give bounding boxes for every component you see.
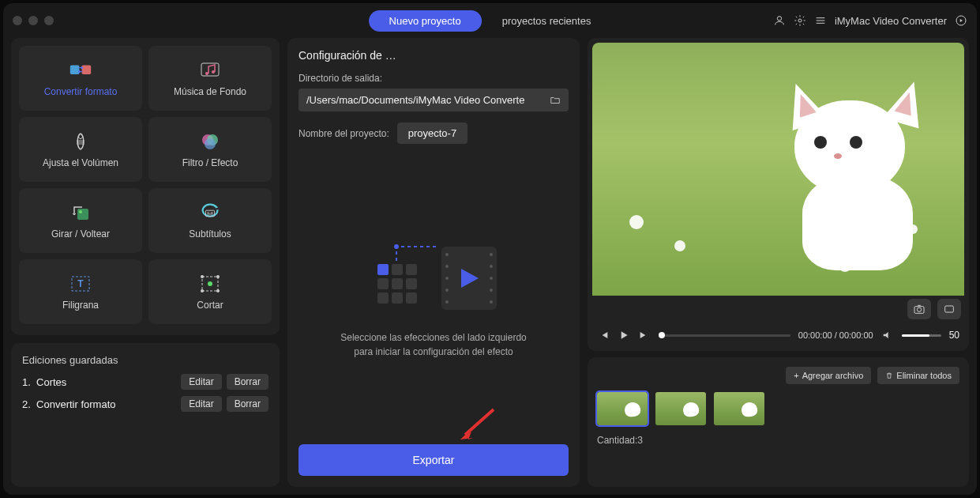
edit-button[interactable]: Editar bbox=[181, 396, 221, 412]
files-panel: + Agregar archivo Eliminar todos Cantida… bbox=[588, 357, 969, 487]
svg-point-25 bbox=[445, 277, 449, 280]
play-button[interactable] bbox=[618, 329, 630, 341]
saved-edits-panel: Ediciones guardadas 1. Cortes Editar Bor… bbox=[11, 343, 280, 487]
delete-button[interactable]: Borrar bbox=[227, 396, 268, 412]
plus-icon: + bbox=[794, 371, 798, 380]
export-button[interactable]: Exportar bbox=[299, 444, 569, 476]
music-icon bbox=[199, 59, 221, 81]
svg-point-29 bbox=[490, 265, 493, 268]
volume-icon[interactable] bbox=[881, 329, 894, 341]
saved-edits-title: Ediciones guardadas bbox=[22, 354, 268, 366]
config-title: Configuración de … bbox=[299, 49, 569, 62]
svg-rect-34 bbox=[392, 264, 403, 275]
time-display: 00:00:00 / 00:00:00 bbox=[798, 330, 873, 340]
svg-point-27 bbox=[445, 300, 449, 304]
tool-label: Girar / Voltear bbox=[51, 228, 110, 240]
tool-volume[interactable]: Ajusta el Volúmen bbox=[19, 117, 142, 182]
svg-text:T: T bbox=[77, 278, 84, 289]
svg-point-18 bbox=[201, 275, 204, 278]
tool-label: Filtro / Efecto bbox=[182, 157, 238, 168]
tool-convert[interactable]: Convertir formato bbox=[19, 46, 142, 111]
output-dir-input[interactable]: /Users/mac/Documents/iMyMac Video Conver… bbox=[299, 89, 569, 111]
file-count: Cantidad:3 bbox=[597, 435, 959, 446]
svg-point-42 bbox=[394, 244, 399, 249]
svg-rect-5 bbox=[201, 63, 219, 76]
camera-icon bbox=[913, 303, 926, 315]
delete-button[interactable]: Borrar bbox=[227, 374, 268, 390]
tool-label: Convertir formato bbox=[44, 86, 118, 97]
file-thumbnail[interactable] bbox=[597, 392, 648, 425]
trash-icon bbox=[885, 372, 893, 379]
svg-rect-39 bbox=[377, 292, 389, 304]
config-hint: Seleccione las efecciones del lado izqui… bbox=[340, 330, 526, 359]
output-dir-label: Directorio de salida: bbox=[299, 73, 569, 84]
svg-rect-41 bbox=[406, 292, 417, 304]
volume-value: 50 bbox=[949, 330, 959, 341]
menu-icon[interactable] bbox=[814, 14, 827, 27]
tool-rotate[interactable]: Girar / Voltear bbox=[19, 188, 142, 253]
svg-point-1 bbox=[798, 19, 802, 22]
fullscreen-icon bbox=[943, 303, 956, 315]
tools-panel: Convertir formatoMúsica de FondoAjusta e… bbox=[11, 38, 280, 335]
edit-button[interactable]: Editar bbox=[181, 374, 221, 390]
output-dir-value: /Users/mac/Documents/iMyMac Video Conver… bbox=[306, 94, 550, 106]
gear-icon[interactable] bbox=[794, 14, 806, 27]
tool-subtitle[interactable]: Subtítulos bbox=[148, 188, 272, 253]
saved-edit-label: 2. Convertir formato bbox=[22, 398, 116, 410]
svg-point-0 bbox=[777, 17, 781, 21]
saved-edit-row: 2. Convertir formato Editar Borrar bbox=[22, 396, 268, 412]
tab-new-project[interactable]: Nuevo proyecto bbox=[369, 10, 482, 32]
tool-filter[interactable]: Filtro / Efecto bbox=[148, 117, 272, 182]
file-thumbnail[interactable] bbox=[655, 392, 706, 425]
saved-edit-row: 1. Cortes Editar Borrar bbox=[22, 374, 268, 390]
file-thumbnail[interactable] bbox=[714, 392, 764, 425]
svg-rect-3 bbox=[70, 65, 80, 74]
snapshot-button[interactable] bbox=[907, 299, 931, 319]
svg-point-19 bbox=[216, 275, 220, 278]
volume-slider[interactable] bbox=[902, 334, 941, 337]
svg-point-44 bbox=[917, 307, 921, 311]
svg-point-31 bbox=[490, 289, 493, 292]
video-preview[interactable] bbox=[592, 43, 964, 296]
tab-recent-projects[interactable]: proyectos recientes bbox=[482, 10, 612, 32]
tool-label: Música de Fondo bbox=[174, 86, 246, 97]
svg-rect-38 bbox=[406, 278, 417, 289]
svg-point-21 bbox=[216, 289, 220, 292]
config-panel: Configuración de … Directorio de salida:… bbox=[287, 38, 580, 487]
traffic-lights[interactable] bbox=[13, 16, 54, 25]
svg-rect-37 bbox=[392, 278, 403, 289]
fullscreen-button[interactable] bbox=[937, 299, 961, 319]
svg-rect-11 bbox=[77, 209, 88, 220]
svg-point-26 bbox=[445, 289, 449, 292]
svg-point-20 bbox=[201, 289, 204, 292]
app-title: iMyMac Video Converter bbox=[835, 15, 947, 27]
progress-bar[interactable] bbox=[659, 334, 790, 337]
tool-label: Subtítulos bbox=[189, 228, 231, 240]
next-button[interactable] bbox=[638, 329, 651, 341]
remove-all-button[interactable]: Eliminar todos bbox=[877, 367, 959, 384]
saved-edit-label: 1. Cortes bbox=[22, 376, 66, 388]
add-file-button[interactable]: + Agregar archivo bbox=[786, 367, 871, 384]
placeholder-graphic-icon bbox=[366, 239, 501, 318]
svg-rect-45 bbox=[945, 306, 954, 312]
svg-rect-40 bbox=[392, 292, 403, 304]
watermark-icon: T bbox=[69, 273, 92, 295]
svg-point-17 bbox=[208, 281, 212, 286]
tool-label: Ajusta el Volúmen bbox=[43, 157, 118, 168]
rotate-icon bbox=[69, 202, 92, 224]
svg-rect-33 bbox=[377, 264, 389, 275]
tool-crop[interactable]: Cortar bbox=[148, 259, 272, 324]
folder-icon[interactable] bbox=[550, 95, 561, 106]
convert-icon bbox=[69, 59, 92, 81]
tool-label: Filigrana bbox=[62, 300, 99, 311]
tool-label: Cortar bbox=[197, 300, 223, 311]
prev-button[interactable] bbox=[597, 329, 610, 341]
svg-rect-4 bbox=[82, 65, 92, 74]
svg-point-28 bbox=[490, 253, 493, 256]
svg-rect-36 bbox=[377, 278, 389, 289]
play-circle-icon[interactable] bbox=[955, 14, 967, 27]
tool-watermark[interactable]: TFiligrana bbox=[19, 259, 142, 324]
project-name-input[interactable]: proyecto-7 bbox=[397, 123, 467, 144]
tool-music[interactable]: Música de Fondo bbox=[148, 46, 272, 111]
user-icon[interactable] bbox=[773, 14, 786, 27]
